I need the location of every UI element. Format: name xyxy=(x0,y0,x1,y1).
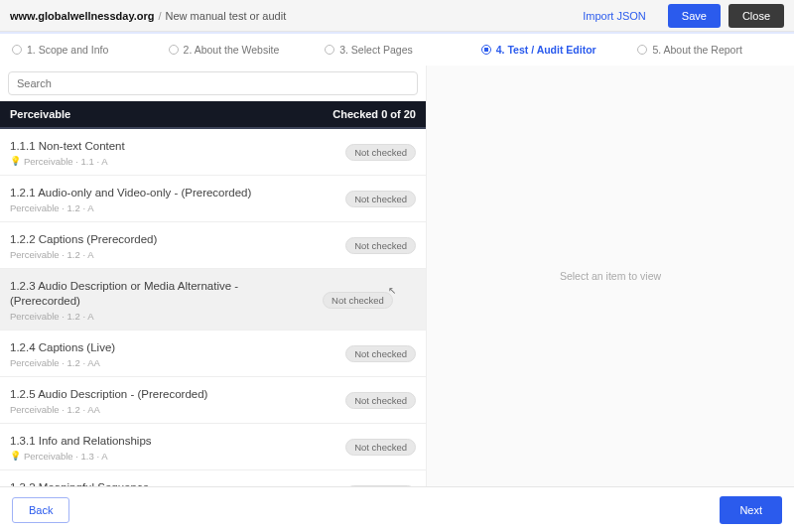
criteria-subtitle: Perceivable · 1.2 · AA xyxy=(10,404,207,415)
next-button[interactable]: Next xyxy=(720,496,782,524)
topbar: www.globalwellnessday.org / New manual t… xyxy=(0,0,794,32)
criteria-subtitle: Perceivable · 1.2 · AA xyxy=(10,357,115,368)
search-input[interactable] xyxy=(8,71,418,95)
criteria-text: 1.2.4 Captions (Live)Perceivable · 1.2 ·… xyxy=(10,340,115,368)
status-badge: Not checked xyxy=(345,237,416,254)
criteria-subtitle-text: Perceivable · 1.2 · A xyxy=(10,202,94,213)
criteria-subtitle: Perceivable · 1.2 · A xyxy=(10,311,308,322)
criteria-title: 1.2.4 Captions (Live) xyxy=(10,340,115,355)
criteria-list[interactable]: 1.1.1 Non-text Content💡Perceivable · 1.1… xyxy=(0,129,426,486)
step-circle-icon xyxy=(637,45,647,55)
breadcrumb-page: New manual test or audit xyxy=(166,10,287,22)
bulb-icon: 💡 xyxy=(10,156,21,166)
criteria-text: 1.2.5 Audio Description - (Prerecorded)P… xyxy=(10,387,207,415)
step-label: 2. About the Website xyxy=(184,44,280,56)
step[interactable]: 2. About the Website xyxy=(163,44,320,56)
criteria-row[interactable]: 1.3.1 Info and Relationships💡Perceivable… xyxy=(0,424,426,470)
step-circle-icon xyxy=(325,45,334,55)
breadcrumb-separator: / xyxy=(158,10,161,22)
left-panel: Perceivable Checked 0 of 20 1.1.1 Non-te… xyxy=(0,66,427,486)
criteria-text: 1.2.3 Audio Description or Media Alterna… xyxy=(10,279,308,322)
status-badge: Not checked xyxy=(323,292,393,309)
step-label: 4. Test / Audit Editor xyxy=(496,44,596,56)
criteria-subtitle-text: Perceivable · 1.2 · A xyxy=(10,249,94,260)
criteria-row[interactable]: 1.2.1 Audio-only and Video-only - (Prere… xyxy=(0,176,426,222)
import-json-button[interactable]: Import JSON xyxy=(569,4,660,28)
criteria-title: 1.2.1 Audio-only and Video-only - (Prere… xyxy=(10,186,251,200)
step-label: 1. Scope and Info xyxy=(27,44,108,56)
breadcrumb-domain: www.globalwellnessday.org xyxy=(10,10,154,22)
status-badge: Not checked xyxy=(345,144,416,161)
status-badge: Not checked xyxy=(345,345,416,362)
criteria-subtitle: Perceivable · 1.2 · A xyxy=(10,202,251,213)
criteria-title: 1.2.3 Audio Description or Media Alterna… xyxy=(10,279,308,309)
step-circle-icon xyxy=(169,45,179,55)
close-button[interactable]: Close xyxy=(728,4,784,28)
save-button[interactable]: Save xyxy=(668,4,721,28)
criteria-subtitle: Perceivable · 1.2 · A xyxy=(10,249,157,260)
criteria-row[interactable]: 1.3.2 Meaningful SequencePerceivable · 1… xyxy=(0,470,426,487)
criteria-text: 1.3.1 Info and Relationships💡Perceivable… xyxy=(10,434,152,462)
status-badge: Not checked xyxy=(345,191,416,207)
body: Perceivable Checked 0 of 20 1.1.1 Non-te… xyxy=(0,66,794,486)
criteria-row[interactable]: 1.2.2 Captions (Prerecorded)Perceivable … xyxy=(0,222,426,269)
criteria-subtitle: 💡Perceivable · 1.3 · A xyxy=(10,451,152,462)
criteria-row[interactable]: 1.2.3 Audio Description or Media Alterna… xyxy=(0,269,426,331)
group-count: Checked 0 of 20 xyxy=(332,108,416,120)
step[interactable]: 1. Scope and Info xyxy=(6,44,163,56)
criteria-row[interactable]: 1.1.1 Non-text Content💡Perceivable · 1.1… xyxy=(0,129,426,176)
criteria-text: 1.2.1 Audio-only and Video-only - (Prere… xyxy=(10,186,251,213)
criteria-title: 1.2.2 Captions (Prerecorded) xyxy=(10,232,157,247)
step[interactable]: 5. About the Report xyxy=(631,44,788,56)
criteria-subtitle-text: Perceivable · 1.1 · A xyxy=(24,156,108,167)
step-circle-icon xyxy=(12,45,22,55)
right-panel: Select an item to view xyxy=(427,66,794,486)
criteria-row[interactable]: 1.2.4 Captions (Live)Perceivable · 1.2 ·… xyxy=(0,331,426,377)
criteria-subtitle: 💡Perceivable · 1.1 · A xyxy=(10,156,125,167)
criteria-text: 1.2.2 Captions (Prerecorded)Perceivable … xyxy=(10,232,157,260)
criteria-text: 1.1.1 Non-text Content💡Perceivable · 1.1… xyxy=(10,139,125,167)
status-badge: Not checked xyxy=(345,392,416,409)
app-root: www.globalwellnessday.org / New manual t… xyxy=(0,0,794,532)
criteria-row[interactable]: 1.2.5 Audio Description - (Prerecorded)P… xyxy=(0,377,426,424)
step-label: 3. Select Pages xyxy=(339,44,413,56)
criteria-subtitle-text: Perceivable · 1.3 · A xyxy=(24,451,108,462)
back-button[interactable]: Back xyxy=(12,497,69,523)
status-badge: Not checked xyxy=(345,439,416,456)
criteria-subtitle-text: Perceivable · 1.2 · AA xyxy=(10,404,100,415)
bulb-icon: 💡 xyxy=(10,451,21,461)
criteria-title: 1.3.1 Info and Relationships xyxy=(10,434,152,449)
step[interactable]: 3. Select Pages xyxy=(319,44,475,56)
criteria-title: 1.1.1 Non-text Content xyxy=(10,139,125,154)
step-circle-icon xyxy=(481,45,491,55)
step-label: 5. About the Report xyxy=(652,44,741,56)
step[interactable]: 4. Test / Audit Editor xyxy=(475,44,632,56)
criteria-subtitle-text: Perceivable · 1.2 · AA xyxy=(10,357,100,368)
group-title: Perceivable xyxy=(10,108,70,120)
empty-state-text: Select an item to view xyxy=(560,270,661,282)
criteria-title: 1.2.5 Audio Description - (Prerecorded) xyxy=(10,387,207,402)
cursor-icon: ↖ xyxy=(388,285,396,296)
stepper: 1. Scope and Info2. About the Website3. … xyxy=(0,32,794,66)
footer: Back Next xyxy=(0,486,794,532)
criteria-subtitle-text: Perceivable · 1.2 · A xyxy=(10,311,94,322)
search-wrap xyxy=(0,66,426,101)
group-header: Perceivable Checked 0 of 20 xyxy=(0,101,426,129)
